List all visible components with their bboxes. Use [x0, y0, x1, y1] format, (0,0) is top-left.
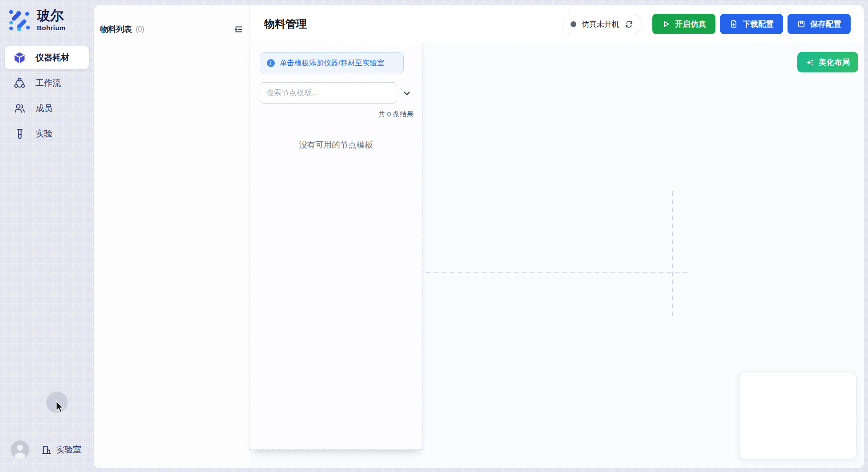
- sidebar-item-workflow[interactable]: 工作流: [5, 72, 89, 95]
- material-list-count: (0): [136, 25, 145, 33]
- page-title: 物料管理: [264, 17, 307, 31]
- user-avatar[interactable]: [11, 440, 29, 459]
- template-hint-banner: 单击模板添加仪器/耗材至实验室: [260, 52, 404, 73]
- save-icon: [797, 20, 806, 28]
- canvas-guide-vertical: [672, 191, 673, 320]
- start-simulation-label: 开启仿真: [675, 19, 706, 29]
- lab-switcher[interactable]: 实验室: [41, 444, 81, 456]
- collapse-panel-button[interactable]: [233, 24, 244, 35]
- workflow-icon: [14, 77, 25, 89]
- main-header: 物料管理 仿真未开机 开启仿真: [249, 5, 864, 43]
- sidebar-item-members[interactable]: 成员: [5, 97, 89, 120]
- experiment-icon: [14, 128, 25, 140]
- expand-filter-button[interactable]: [401, 88, 413, 99]
- sidebar-item-instruments[interactable]: 仪器耗材: [5, 46, 89, 69]
- result-count: 共 0 条结果: [378, 110, 414, 119]
- building-icon: [41, 444, 52, 455]
- beautify-layout-label: 美化布局: [819, 57, 850, 68]
- flow-canvas[interactable]: 单击模板添加仪器/耗材至实验室 共 0 条结果 没有可用的节点模板 美化布: [249, 43, 864, 468]
- canvas-guide-horizontal: [426, 272, 689, 273]
- save-config-button[interactable]: 保存配置: [788, 14, 851, 34]
- node-template-panel: 单击模板添加仪器/耗材至实验室 共 0 条结果 没有可用的节点模板: [249, 43, 423, 450]
- sidebar-item-label: 成员: [36, 103, 52, 114]
- sparkles-icon: [806, 58, 814, 67]
- refresh-icon[interactable]: [625, 20, 633, 28]
- brand-logo[interactable]: 玻尔 Bohrium: [7, 8, 65, 32]
- empty-template-message: 没有可用的节点模板: [249, 139, 422, 150]
- header-actions: 仿真未开机 开启仿真: [562, 14, 851, 34]
- bohrium-logo-icon: [7, 8, 31, 32]
- app-root: { "brand": { "name": "玻尔", "subtitle": "…: [0, 0, 868, 472]
- brand-subtitle: Bohrium: [37, 24, 65, 32]
- material-list-panel: 物料列表 (0): [94, 5, 249, 468]
- download-config-label: 下载配置: [743, 19, 774, 29]
- brand-text: 玻尔 Bohrium: [37, 8, 65, 32]
- start-simulation-button[interactable]: 开启仿真: [652, 14, 715, 34]
- info-icon: [267, 59, 275, 67]
- file-download-icon: [729, 20, 738, 28]
- template-hint-text: 单击模板添加仪器/耗材至实验室: [280, 58, 385, 68]
- collapse-panel-icon: [233, 24, 243, 34]
- minimap[interactable]: [739, 372, 856, 459]
- search-input[interactable]: [260, 82, 397, 104]
- save-config-label: 保存配置: [810, 19, 841, 29]
- sidebar-nav: 仪器耗材 工作流 成员: [5, 46, 89, 145]
- status-dot-icon: [571, 21, 576, 27]
- sidebar: 玻尔 Bohrium 仪器耗材 工作流: [0, 0, 94, 472]
- sidebar-item-label: 仪器耗材: [36, 52, 69, 64]
- sidebar-footer: 实验室: [11, 440, 81, 459]
- beautify-layout-button[interactable]: 美化布局: [797, 52, 858, 72]
- sidebar-item-label: 实验: [36, 128, 52, 140]
- cube-icon: [14, 52, 25, 64]
- sidebar-item-experiment[interactable]: 实验: [5, 122, 89, 145]
- simulation-status-pill[interactable]: 仿真未开机: [562, 14, 642, 34]
- lab-label: 实验室: [56, 444, 81, 456]
- download-config-button[interactable]: 下载配置: [720, 14, 783, 34]
- content-card: 物料列表 (0) 物料管理 仿真未开机: [94, 5, 864, 468]
- chevron-down-icon: [402, 88, 412, 98]
- brand-name: 玻尔: [37, 8, 65, 23]
- material-list-title: 物料列表: [100, 24, 132, 35]
- sidebar-item-label: 工作流: [36, 77, 61, 89]
- members-icon: [14, 103, 25, 114]
- simulation-status-label: 仿真未开机: [582, 19, 619, 29]
- main-area: 物料管理 仿真未开机 开启仿真: [249, 5, 864, 468]
- play-icon: [662, 20, 671, 28]
- material-list-header: 物料列表 (0): [100, 24, 244, 35]
